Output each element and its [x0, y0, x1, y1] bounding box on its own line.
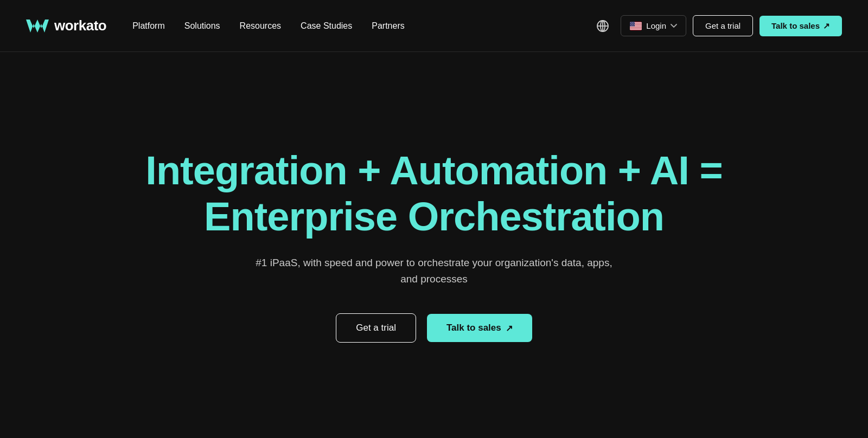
hero-actions: Get a trial Talk to sales ↗ — [336, 313, 532, 343]
hero-heading-line2: Enterprise Orchestration — [204, 194, 664, 239]
hero-heading: Integration + Automation + AI = Enterpri… — [145, 147, 722, 240]
globe-icon — [596, 20, 609, 33]
nav-link-resources[interactable]: Resources — [240, 21, 281, 31]
us-flag-icon: ★★★ ★★ ★★★ ★★ — [630, 22, 642, 30]
nav-link-platform[interactable]: Platform — [132, 21, 165, 31]
hero-get-trial-button[interactable]: Get a trial — [336, 313, 416, 343]
hero-talk-sales-button[interactable]: Talk to sales ↗ — [427, 314, 532, 342]
nav-links: Platform Solutions Resources Case Studie… — [132, 21, 591, 31]
workato-logo-icon — [26, 17, 49, 35]
svg-rect-8 — [630, 26, 642, 27]
nav-link-case-studies[interactable]: Case Studies — [301, 21, 352, 31]
talk-sales-nav-arrow: ↗ — [823, 21, 830, 31]
talk-to-sales-nav-button[interactable]: Talk to sales ↗ — [760, 16, 842, 36]
login-label: Login — [646, 21, 666, 30]
hero-subheading: #1 iPaaS, with speed and power to orches… — [250, 255, 618, 288]
get-trial-button[interactable]: Get a trial — [693, 15, 753, 36]
logo-text: workato — [54, 17, 106, 34]
login-chevron-icon — [671, 23, 677, 29]
globe-button[interactable] — [591, 15, 614, 37]
login-button[interactable]: ★★★ ★★ ★★★ ★★ Login — [621, 15, 686, 36]
svg-rect-10 — [630, 29, 642, 29]
talk-sales-nav-label: Talk to sales — [771, 21, 820, 30]
nav-link-partners[interactable]: Partners — [372, 21, 404, 31]
nav-actions: ★★★ ★★ ★★★ ★★ Login Get a trial Talk to … — [591, 15, 842, 37]
svg-rect-9 — [630, 28, 642, 28]
nav-link-solutions[interactable]: Solutions — [184, 21, 220, 31]
hero-talk-sales-arrow: ↗ — [506, 323, 513, 333]
navbar: workato Platform Solutions Resources Cas… — [0, 0, 868, 52]
logo-link[interactable]: workato — [26, 17, 106, 35]
hero-section: Integration + Automation + AI = Enterpri… — [0, 52, 868, 438]
hero-heading-line1: Integration + Automation + AI = — [145, 148, 722, 193]
hero-talk-sales-label: Talk to sales — [446, 323, 501, 333]
